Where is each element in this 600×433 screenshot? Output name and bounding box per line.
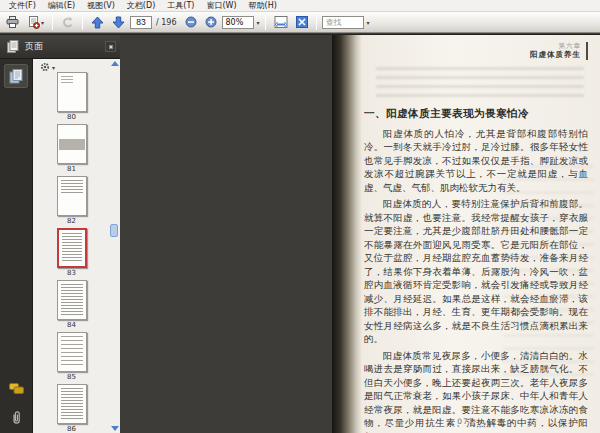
scrollbar-track[interactable] bbox=[110, 66, 119, 426]
previous-page-button[interactable] bbox=[88, 14, 107, 31]
document-viewer: 第六章 阳虚体质养生 一、阳虚体质主要表现为畏寒怕冷 阳虚体质的人怕冷，尤其是背… bbox=[120, 35, 600, 433]
page-content: 第六章 阳虚体质养生 一、阳虚体质主要表现为畏寒怕冷 阳虚体质的人怕冷，尤其是背… bbox=[364, 42, 588, 433]
thumbnail-content-lines bbox=[61, 336, 83, 367]
menu-item[interactable]: 工具(T) bbox=[162, 0, 199, 11]
nav-tab-pages[interactable] bbox=[4, 64, 28, 88]
pages-panel-title: 页面 bbox=[25, 40, 43, 53]
page-running-header: 第六章 阳虚体质养生 bbox=[364, 42, 588, 60]
comments-icon bbox=[9, 383, 24, 395]
thumbnail-content-lines bbox=[61, 76, 73, 83]
thumbnail-scrollbar bbox=[110, 61, 119, 431]
export-button[interactable]: ▾ bbox=[24, 14, 47, 31]
thumbnail-preview[interactable] bbox=[57, 280, 87, 320]
scroll-down-icon[interactable] bbox=[111, 426, 119, 431]
bleed-through-text bbox=[376, 67, 584, 101]
zoom-in-button[interactable] bbox=[202, 14, 220, 31]
page-thumbnail-81[interactable]: 81 bbox=[57, 124, 87, 173]
thumbnail-preview[interactable] bbox=[57, 228, 87, 268]
find-options-caret-icon[interactable]: ▾ bbox=[367, 19, 370, 26]
pdf-viewer-window: 文件(F)编辑(E)视图(V)文档(D)工具(T)窗口(W)帮助(H) ▾ / … bbox=[0, 0, 600, 433]
menu-item[interactable]: 窗口(W) bbox=[201, 0, 241, 11]
body-paragraphs: 阳虚体质的人怕冷，尤其是背部和腹部特别怕冷。一到冬天就手冷过肘，足冷过膝。很多年… bbox=[364, 127, 588, 433]
print-button[interactable] bbox=[3, 14, 22, 31]
thumbnail-preview[interactable] bbox=[57, 72, 87, 112]
next-page-icon bbox=[112, 16, 125, 29]
menu-item[interactable]: 编辑(E) bbox=[43, 0, 80, 11]
toolbar-separator bbox=[265, 15, 266, 30]
toolbar: ▾ / 196 80% ▾ ▾ bbox=[0, 12, 600, 33]
page-thumbnail-83[interactable]: 83 bbox=[57, 228, 87, 277]
navigation-tabs bbox=[0, 59, 33, 433]
panel-options-button[interactable]: ▾ bbox=[40, 62, 55, 72]
thumbnail-page-number: 82 bbox=[67, 217, 76, 225]
menu-bar: 文件(F)编辑(E)视图(V)文档(D)工具(T)窗口(W)帮助(H) bbox=[0, 0, 600, 12]
page-scan-shadow bbox=[332, 35, 362, 433]
zoom-level-select[interactable]: 80% bbox=[222, 16, 254, 29]
thumbnail-preview[interactable] bbox=[57, 384, 87, 424]
fit-width-icon bbox=[274, 16, 288, 28]
document-page: 第六章 阳虚体质养生 一、阳虚体质主要表现为畏寒怕冷 阳虚体质的人怕冷，尤其是背… bbox=[332, 35, 600, 433]
export-caret-icon: ▾ bbox=[41, 19, 44, 26]
navigation-pane: 页面 bbox=[0, 35, 120, 433]
menu-item[interactable]: 帮助(H) bbox=[244, 0, 282, 11]
page-thumbnail-86[interactable]: 86 bbox=[57, 384, 87, 433]
panel-menu-button[interactable] bbox=[105, 41, 116, 52]
toolbar-separator bbox=[52, 15, 53, 30]
thumbnail-page-number: 85 bbox=[67, 373, 76, 381]
pages-icon bbox=[7, 40, 19, 53]
pages-thumbnails-icon bbox=[9, 69, 23, 84]
thumbnail-page-number: 84 bbox=[67, 321, 76, 329]
toolbar-separator bbox=[82, 15, 83, 30]
fit-page-button[interactable] bbox=[293, 14, 311, 31]
content-area: 页面 bbox=[0, 34, 600, 433]
chapter-title: 阳虚体质养生 bbox=[530, 50, 581, 59]
find-input[interactable] bbox=[322, 16, 364, 29]
zoom-out-button[interactable] bbox=[182, 14, 200, 31]
thumbnail-preview[interactable] bbox=[57, 176, 87, 216]
export-icon bbox=[27, 16, 40, 29]
thumbnail-content-lines bbox=[62, 233, 82, 262]
nav-tab-attachments[interactable] bbox=[4, 405, 28, 429]
thumbnail-panel: ▾ 80818283848586 bbox=[33, 59, 120, 433]
zoom-in-icon bbox=[205, 16, 217, 28]
thumbnail-content-lines bbox=[61, 180, 83, 194]
zoom-out-icon bbox=[185, 16, 197, 28]
page-thumbnail-82[interactable]: 82 bbox=[57, 176, 87, 225]
thumbnail-content-lines bbox=[59, 139, 85, 150]
body-paragraph: 阳虚体质的人怕冷，尤其是背部和腹部特别怕冷。一到冬天就手冷过肘，足冷过膝。很多年… bbox=[364, 127, 588, 195]
back-disabled-icon bbox=[61, 16, 74, 29]
zoom-caret-icon[interactable]: ▾ bbox=[257, 19, 260, 26]
page-thumbnail-84[interactable]: 84 bbox=[57, 280, 87, 329]
next-page-button[interactable] bbox=[109, 14, 128, 31]
chapter-number: 第六章 bbox=[530, 42, 581, 50]
thumbnail-list: 80818283848586 bbox=[33, 72, 110, 433]
menu-item[interactable]: 文档(D) bbox=[122, 0, 160, 11]
nav-tab-comments[interactable] bbox=[4, 377, 28, 401]
section-heading: 一、阳虚体质主要表现为畏寒怕冷 bbox=[364, 107, 588, 121]
scrollbar-thumb[interactable] bbox=[110, 224, 118, 237]
fit-width-button[interactable] bbox=[271, 14, 291, 31]
thumbnail-preview[interactable] bbox=[57, 332, 87, 372]
page-thumbnail-85[interactable]: 85 bbox=[57, 332, 87, 381]
page-thumbnail-80[interactable]: 80 bbox=[57, 72, 87, 121]
printer-icon bbox=[6, 16, 19, 28]
back-button[interactable] bbox=[58, 14, 77, 31]
page-count-label: / 196 bbox=[156, 18, 177, 27]
options-gear-icon bbox=[40, 62, 50, 72]
thumbnail-page-number: 83 bbox=[67, 269, 76, 277]
options-caret-icon: ▾ bbox=[52, 64, 55, 71]
menu-item[interactable]: 视图(V) bbox=[82, 0, 120, 11]
thumbnail-content-lines bbox=[61, 284, 83, 315]
thumbnail-page-number: 86 bbox=[67, 425, 76, 433]
paperclip-icon bbox=[11, 410, 22, 425]
menu-item[interactable]: 文件(F) bbox=[4, 0, 41, 11]
body-paragraph: 阳虚体质的人，要特别注意保护后背和前腹部。就算不阳虚，也要注意。我经常提醒女孩子… bbox=[364, 197, 588, 346]
page-number-input[interactable] bbox=[130, 16, 152, 29]
thumbnail-content-lines bbox=[61, 388, 83, 419]
panel-menu-icon bbox=[109, 45, 113, 49]
thumbnail-page-number: 80 bbox=[67, 113, 76, 121]
panel-body: ▾ 80818283848586 bbox=[0, 59, 120, 433]
page-folio: 077 bbox=[332, 417, 600, 426]
thumbnail-preview[interactable] bbox=[57, 124, 87, 164]
zoom-level-value: 80% bbox=[226, 18, 244, 27]
